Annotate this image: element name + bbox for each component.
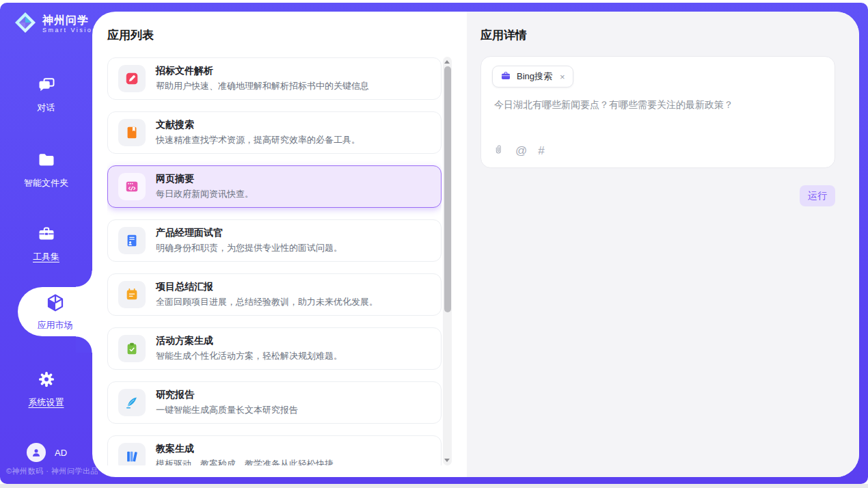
scrollbar-thumb[interactable] bbox=[444, 66, 451, 312]
app-item-title: 网页摘要 bbox=[156, 173, 254, 185]
app-item-desc: 一键智能生成高质量长文本研究报告 bbox=[156, 404, 298, 416]
window-bottom-edge bbox=[0, 484, 868, 488]
user-initials: AD bbox=[55, 448, 67, 458]
chat-icon bbox=[37, 75, 56, 97]
app-item-desc: 全面回顾项目进展，总结经验教训，助力未来优化发展。 bbox=[156, 296, 378, 308]
clipboard-icon bbox=[118, 335, 146, 362]
brand-subtitle: Smart Vision bbox=[42, 27, 98, 33]
app-item-title: 项目总结汇报 bbox=[156, 281, 378, 293]
list-item-pm-interviewer[interactable]: 产品经理面试官 明确身份和职责，为您提供专业性的面试问题。 bbox=[107, 219, 442, 262]
app-item-texts: 招标文件解析 帮助用户快速、准确地理解和解析招标书中的关键信息 bbox=[156, 65, 369, 92]
list-item-lesson-plan[interactable]: 教案生成 模板驱动，教案秒成，教学准备从此轻松快捷 bbox=[107, 435, 442, 465]
avatar bbox=[27, 443, 46, 462]
tool-tag-bing-search[interactable]: Bing搜索 × bbox=[492, 66, 573, 87]
app-item-texts: 教案生成 模板驱动，教案秒成，教学准备从此轻松快捷 bbox=[156, 443, 334, 465]
app-item-desc: 智能生成个性化活动方案，轻松解决规划难题。 bbox=[156, 350, 342, 362]
app-item-desc: 明确身份和职责，为您提供专业性的面试问题。 bbox=[156, 242, 342, 254]
app-item-desc: 快速精准查找学术资源，提高研究效率的必备工具。 bbox=[156, 134, 360, 146]
app-item-desc: 帮助用户快速、准确地理解和解析招标书中的关键信息 bbox=[156, 80, 369, 92]
interview-icon bbox=[118, 227, 146, 254]
app-window: 神州问学 Smart Vision 对话 智能文件夹 bbox=[0, 0, 868, 488]
quill-icon bbox=[118, 389, 146, 416]
sidebar-item-label: 对话 bbox=[38, 102, 55, 114]
books-icon bbox=[118, 443, 146, 465]
list-item-project-summary[interactable]: 项目总结汇报 全面回顾项目进展，总结经验教训，助力未来优化发展。 bbox=[107, 273, 442, 316]
prompt-toolbar: @ # bbox=[493, 143, 545, 159]
app-item-texts: 项目总结汇报 全面回顾项目进展，总结经验教训，助力未来优化发展。 bbox=[156, 281, 378, 308]
book-icon bbox=[118, 119, 146, 146]
app-item-texts: 网页摘要 每日政府新闻资讯快查。 bbox=[156, 173, 254, 200]
app-item-title: 产品经理面试官 bbox=[156, 227, 342, 239]
app-item-desc: 每日政府新闻资讯快查。 bbox=[156, 188, 254, 200]
scroll-down-arrow-icon[interactable] bbox=[444, 459, 450, 462]
user-account[interactable]: AD bbox=[27, 443, 67, 462]
bubble-fillet-bottom bbox=[76, 336, 92, 353]
toolbox-icon bbox=[37, 224, 56, 246]
prompt-card[interactable]: Bing搜索 × 今日湖北有哪些新闻要点？有哪些需要关注的最新政策？ @ # bbox=[480, 56, 835, 168]
mention-icon[interactable]: @ bbox=[515, 145, 527, 157]
app-item-texts: 文献搜索 快速精准查找学术资源，提高研究效率的必备工具。 bbox=[156, 119, 360, 146]
scroll-up-arrow-icon[interactable] bbox=[444, 60, 450, 64]
list-item-bid-document[interactable]: 招标文件解析 帮助用户快速、准确地理解和解析招标书中的关键信息 bbox=[107, 57, 442, 100]
app-item-desc: 模板驱动，教案秒成，教学准备从此轻松快捷 bbox=[156, 458, 334, 465]
sidebar-item-label: 工具集 bbox=[33, 251, 59, 263]
brand-text: 神州问学 Smart Vision bbox=[42, 14, 98, 33]
app-item-title: 招标文件解析 bbox=[156, 65, 369, 77]
app-item-texts: 活动方案生成 智能生成个性化活动方案，轻松解决规划难题。 bbox=[156, 335, 342, 362]
paperclip-icon[interactable] bbox=[493, 143, 504, 159]
briefcase-icon bbox=[500, 70, 511, 83]
app-list: 招标文件解析 帮助用户快速、准确地理解和解析招标书中的关键信息 文献搜索 快速精… bbox=[107, 57, 442, 465]
content-sheet: 应用列表 招标文件解析 帮助用户快速、准确地理解和解析招标书中的关键信息 bbox=[92, 12, 859, 477]
list-scrollbar[interactable] bbox=[443, 57, 452, 465]
prompt-input-text[interactable]: 今日湖北有哪些新闻要点？有哪些需要关注的最新政策？ bbox=[494, 99, 822, 111]
list-item-event-plan[interactable]: 活动方案生成 智能生成个性化活动方案，轻松解决规划难题。 bbox=[107, 327, 442, 370]
cube-icon bbox=[45, 293, 66, 316]
sidebar-item-app-market[interactable]: 应用市场 bbox=[18, 287, 92, 336]
run-button[interactable]: 运行 bbox=[800, 185, 835, 206]
sidebar-item-chat[interactable]: 对话 bbox=[0, 75, 92, 114]
app-list-title: 应用列表 bbox=[107, 27, 154, 43]
hash-icon[interactable]: # bbox=[538, 145, 544, 157]
sidebar-item-settings[interactable]: 系统设置 bbox=[0, 370, 92, 409]
folder-icon bbox=[37, 150, 56, 172]
sidebar-item-label: 应用市场 bbox=[38, 319, 73, 331]
sidebar-item-label: 智能文件夹 bbox=[24, 177, 68, 189]
close-icon[interactable]: × bbox=[560, 72, 565, 82]
tool-tag-label: Bing搜索 bbox=[517, 70, 552, 83]
sidebar-item-smart-folder[interactable]: 智能文件夹 bbox=[0, 150, 92, 189]
sidebar-item-toolset[interactable]: 工具集 bbox=[0, 224, 92, 263]
list-item-web-summary[interactable]: 网页摘要 每日政府新闻资讯快查。 bbox=[107, 165, 442, 208]
app-item-title: 教案生成 bbox=[156, 443, 334, 455]
list-item-research-report[interactable]: 研究报告 一键智能生成高质量长文本研究报告 bbox=[107, 381, 442, 424]
doc-edit-icon bbox=[118, 65, 146, 92]
calendar-icon bbox=[118, 281, 146, 308]
app-item-title: 研究报告 bbox=[156, 389, 298, 401]
app-item-texts: 产品经理面试官 明确身份和职责，为您提供专业性的面试问题。 bbox=[156, 227, 342, 254]
app-item-title: 文献搜索 bbox=[156, 119, 360, 131]
app-detail-panel: 应用详情 Bing搜索 × 今日湖北有哪些新闻要点？有哪些需要关注的最新政策？ bbox=[467, 12, 859, 477]
app-item-texts: 研究报告 一键智能生成高质量长文本研究报告 bbox=[156, 389, 298, 416]
sidebar-item-label: 系统设置 bbox=[29, 396, 64, 409]
copyright-text: ©神州数码 · 神州问学出品 bbox=[6, 466, 98, 476]
brand-name: 神州问学 bbox=[42, 14, 98, 27]
webpage-icon bbox=[118, 173, 146, 200]
list-item-literature-search[interactable]: 文献搜索 快速精准查找学术资源，提高研究效率的必备工具。 bbox=[107, 111, 442, 154]
gear-icon bbox=[37, 370, 56, 392]
app-detail-title: 应用详情 bbox=[480, 27, 527, 43]
brand-logo: 神州问学 Smart Vision bbox=[14, 11, 98, 37]
app-item-title: 活动方案生成 bbox=[156, 335, 342, 347]
diamond-logo-icon bbox=[14, 11, 37, 37]
bubble-fillet-top bbox=[76, 271, 92, 287]
